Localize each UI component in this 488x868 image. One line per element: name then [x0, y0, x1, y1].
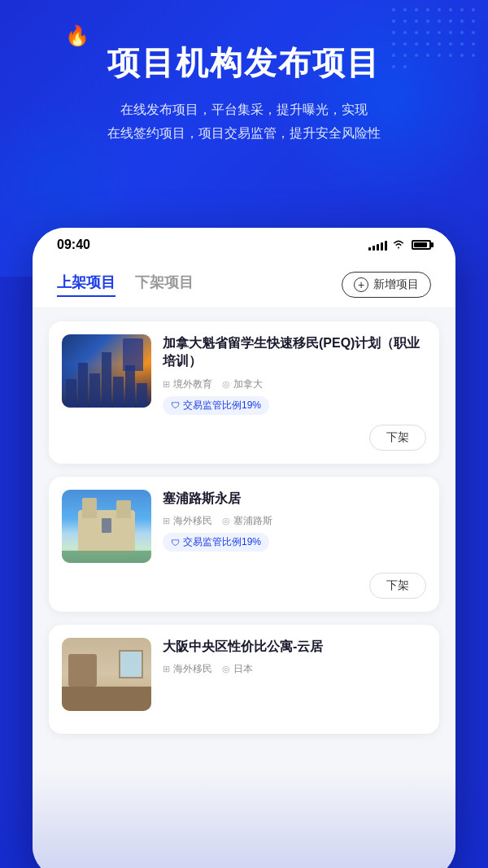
wifi-icon [392, 238, 405, 251]
project-meta: ⊞ 境外教育 ◎ 加拿大 [163, 377, 426, 391]
project-location: ◎ 日本 [222, 662, 253, 676]
tab-active-projects[interactable]: 上架项目 [57, 273, 115, 297]
shield-icon: 🛡 [171, 538, 180, 547]
add-project-label: 新增项目 [373, 277, 419, 292]
tab-inactive-projects[interactable]: 下架项目 [135, 273, 194, 297]
location-icon: ◎ [222, 664, 230, 674]
trade-badge: 🛡 交易监管比例19% [163, 533, 269, 552]
add-project-button[interactable]: + 新增项目 [342, 272, 431, 298]
project-card-inner: 塞浦路斯永居 ⊞ 海外移民 ◎ 塞浦路斯 🛡 [62, 490, 426, 563]
card-footer: 下架 [62, 573, 426, 599]
status-icons [368, 238, 431, 251]
project-title: 大阪中央区性价比公寓-云居 [163, 638, 426, 656]
plus-circle-icon: + [354, 277, 368, 292]
grid-icon: ⊞ [163, 379, 170, 390]
card-footer: 下架 [62, 425, 426, 451]
project-card: 塞浦路斯永居 ⊞ 海外移民 ◎ 塞浦路斯 🛡 [49, 477, 439, 612]
hero-title: 项目机构发布项目 [107, 41, 381, 85]
project-info: 加拿大魁省留学生快速移民(PEQ)计划（职业培训） ⊞ 境外教育 ◎ 加拿大 [163, 334, 426, 415]
trade-badge: 🛡 交易监管比例19% [163, 396, 269, 415]
circuit-decoration [392, 8, 480, 68]
tab-group: 上架项目 下架项目 [57, 273, 194, 297]
battery-icon [412, 240, 431, 250]
location-icon: ◎ [222, 379, 230, 390]
project-card: 大阪中央区性价比公寓-云居 ⊞ 海外移民 ◎ 日本 [49, 625, 439, 734]
project-category: ⊞ 海外移民 [163, 514, 212, 528]
bottom-decoration [0, 770, 488, 868]
project-card: 加拿大魁省留学生快速移民(PEQ)计划（职业培训） ⊞ 境外教育 ◎ 加拿大 [49, 321, 439, 464]
project-image [62, 490, 151, 563]
hero-subtitle: 在线发布项目，平台集采，提升曝光，实现 在线签约项目，项目交易监管，提升安全风险… [83, 98, 405, 146]
castle-image [62, 490, 151, 563]
project-location: ◎ 加拿大 [222, 377, 263, 391]
project-title: 塞浦路斯永居 [163, 490, 426, 508]
project-card-inner: 加拿大魁省留学生快速移民(PEQ)计划（职业培训） ⊞ 境外教育 ◎ 加拿大 [62, 334, 426, 415]
project-image [62, 638, 151, 711]
grid-icon: ⊞ [163, 664, 170, 674]
city-image [62, 334, 151, 408]
flame-icon: 🔥 [65, 24, 89, 47]
room-image [62, 638, 151, 711]
project-card-inner: 大阪中央区性价比公寓-云居 ⊞ 海外移民 ◎ 日本 [62, 638, 426, 711]
project-info: 大阪中央区性价比公寓-云居 ⊞ 海外移民 ◎ 日本 [163, 638, 426, 711]
status-time: 09:40 [57, 238, 90, 252]
project-image [62, 334, 151, 408]
shield-icon: 🛡 [171, 400, 180, 410]
location-icon: ◎ [222, 516, 230, 526]
status-bar: 09:40 [33, 228, 455, 259]
remove-button[interactable]: 下架 [369, 573, 426, 599]
project-category: ⊞ 境外教育 [163, 377, 212, 391]
project-category: ⊞ 海外移民 [163, 662, 212, 676]
project-meta: ⊞ 海外移民 ◎ 塞浦路斯 [163, 514, 426, 528]
grid-icon: ⊞ [163, 516, 170, 526]
remove-button[interactable]: 下架 [369, 425, 426, 451]
project-meta: ⊞ 海外移民 ◎ 日本 [163, 662, 426, 676]
signal-icon [368, 239, 387, 251]
project-title: 加拿大魁省留学生快速移民(PEQ)计划（职业培训） [163, 334, 426, 371]
project-info: 塞浦路斯永居 ⊞ 海外移民 ◎ 塞浦路斯 🛡 [163, 490, 426, 563]
project-location: ◎ 塞浦路斯 [222, 514, 272, 528]
tab-bar: 上架项目 下架项目 + 新增项目 [33, 259, 455, 308]
